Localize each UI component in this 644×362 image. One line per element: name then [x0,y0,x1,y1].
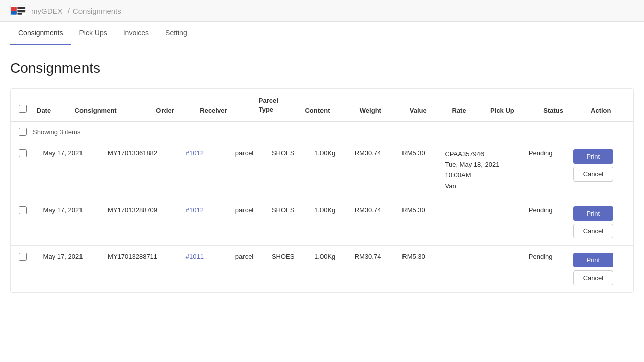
table-row: May 17, 2021 MY17013288711 #1011 parcel … [11,245,633,292]
row-parcel-type: parcel [230,142,267,199]
row-content: SHOES [267,142,309,199]
nav-bar: Consignments Pick Ups Invoices Setting [0,22,644,45]
showing-label: Showing 3 items [33,128,80,136]
row-pickup [440,245,523,292]
row-value: RM30.74 [350,199,397,245]
nav-item-invoices[interactable]: Invoices [115,22,157,45]
row-date: May 17, 2021 [38,245,103,292]
select-all-checkbox[interactable] [19,105,27,113]
showing-info: Showing 3 items [11,122,633,142]
header-value: Value [405,89,447,122]
header-checkbox-col [11,89,32,122]
action-buttons: Print Cancel [573,253,628,285]
table-row: May 17, 2021 MY17013288709 #1012 parcel … [11,199,633,245]
svg-rect-4 [17,10,25,12]
header-rate: Rate [447,89,486,122]
consignments-table: Date Consignment Order Receiver ParcelTy… [10,88,634,293]
row-status: Pending [524,245,568,292]
row-date: May 17, 2021 [38,142,103,199]
row-rate: RM5.30 [397,245,440,292]
header-status: Status [538,89,586,122]
row-rate: RM5.30 [397,142,440,199]
action-buttons: Print Cancel [573,149,628,182]
row-receiver [217,199,230,245]
svg-rect-3 [17,7,25,9]
row-receiver [217,245,230,292]
print-button[interactable]: Print [573,149,613,164]
order-link[interactable]: #1012 [186,149,204,157]
header-action: Action [586,89,633,122]
row-status: Pending [524,199,568,245]
row-parcel-type: parcel [230,199,267,245]
row-order: #1012 [181,142,217,199]
showing-checkbox[interactable] [19,128,27,136]
row-checkbox-cell [11,245,38,292]
nav-item-setting[interactable]: Setting [157,22,195,45]
row-pickup [440,199,523,245]
nav-item-pickups[interactable]: Pick Ups [71,22,115,45]
order-link[interactable]: #1012 [186,206,204,214]
row-parcel-type: parcel [230,245,267,292]
row-action: Print Cancel [568,199,633,245]
action-buttons: Print Cancel [573,206,628,238]
row-pickup: CPAA357946 Tue, May 18, 2021 10:00AM Van [440,142,523,199]
nav-item-consignments[interactable]: Consignments [10,22,71,45]
row-weight: 1.00Kg [309,245,350,292]
row-consignment: MY17013288709 [103,199,181,245]
row-checkbox-cell [11,199,38,245]
header-pickup: Pick Up [485,89,538,122]
header-parcel-type: ParcelType [254,89,300,122]
row-value: RM30.74 [350,245,397,292]
row-weight: 1.00Kg [309,142,350,199]
row-order: #1012 [181,199,217,245]
row-action: Print Cancel [568,142,633,199]
svg-rect-5 [17,13,22,15]
header-receiver: Receiver [195,89,253,122]
header-order: Order [151,89,195,122]
header-consignment: Consignment [70,89,151,122]
row-action: Print Cancel [568,245,633,292]
svg-rect-1 [11,7,17,11]
order-link[interactable]: #1011 [186,253,204,260]
page-content: Consignments Date Consignment Order Rece… [0,45,644,303]
cancel-button[interactable]: Cancel [573,270,613,285]
row-value: RM30.74 [350,142,397,199]
row-date: May 17, 2021 [38,199,103,245]
header-date: Date [32,89,70,122]
row-content: SHOES [267,199,309,245]
row-checkbox[interactable] [19,253,27,261]
header-weight: Weight [355,89,405,122]
row-weight: 1.00Kg [309,199,350,245]
row-checkbox[interactable] [19,206,27,214]
row-status: Pending [524,142,568,199]
header-content: Content [300,89,354,122]
app-logo [10,5,26,16]
top-bar: myGDEX /Consignments [0,0,644,22]
page-title: Consignments [10,60,634,76]
svg-rect-2 [11,11,17,15]
row-checkbox[interactable] [19,149,27,157]
pickup-info: CPAA357946 Tue, May 18, 2021 10:00AM Van [445,149,518,191]
row-receiver [217,142,230,199]
row-rate: RM5.30 [397,199,440,245]
app-title: myGDEX /Consignments [31,7,121,15]
table-row: May 17, 2021 MY17013361882 #1012 parcel … [11,142,633,199]
print-button[interactable]: Print [573,206,613,221]
row-checkbox-cell [11,142,38,199]
row-content: SHOES [267,245,309,292]
row-consignment: MY17013361882 [103,142,181,199]
cancel-button[interactable]: Cancel [573,167,613,182]
row-order: #1011 [181,245,217,292]
cancel-button[interactable]: Cancel [573,224,613,238]
print-button[interactable]: Print [573,253,613,267]
row-consignment: MY17013288711 [103,245,181,292]
